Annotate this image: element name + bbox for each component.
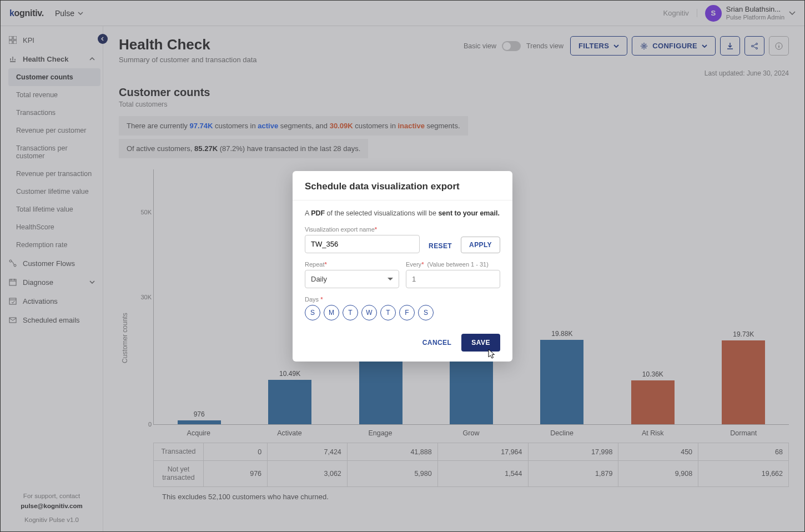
apply-button[interactable]: APPLY (461, 237, 500, 253)
repeat-label: Repeat* (305, 261, 399, 268)
day-toggle[interactable]: S (305, 305, 320, 320)
modal-overlay: Schedule data visualization export A PDF… (1, 1, 804, 531)
every-input[interactable] (406, 270, 500, 288)
day-toggle[interactable]: T (343, 305, 358, 320)
export-name-input[interactable] (305, 235, 420, 253)
schedule-export-modal: Schedule data visualization export A PDF… (293, 171, 512, 362)
reset-button[interactable]: RESET (426, 239, 454, 253)
modal-title: Schedule data visualization export (305, 181, 500, 192)
dropdown-icon (388, 278, 393, 280)
day-toggle[interactable]: W (361, 305, 377, 320)
export-name-label: Visualization export name* (305, 226, 420, 233)
day-toggle[interactable]: M (324, 305, 339, 320)
modal-description: A PDF of the selected visualizations wil… (305, 209, 500, 217)
repeat-select[interactable]: Daily (305, 270, 399, 288)
every-label: Every*(Value between 1 - 31) (406, 261, 500, 268)
save-button[interactable]: SAVE (461, 334, 500, 352)
day-toggle[interactable]: T (380, 305, 396, 320)
day-toggle[interactable]: F (399, 305, 415, 320)
cancel-button[interactable]: CANCEL (420, 335, 454, 350)
cursor-icon (487, 348, 497, 359)
days-label: Days * (305, 296, 500, 303)
day-toggle[interactable]: S (418, 305, 434, 320)
